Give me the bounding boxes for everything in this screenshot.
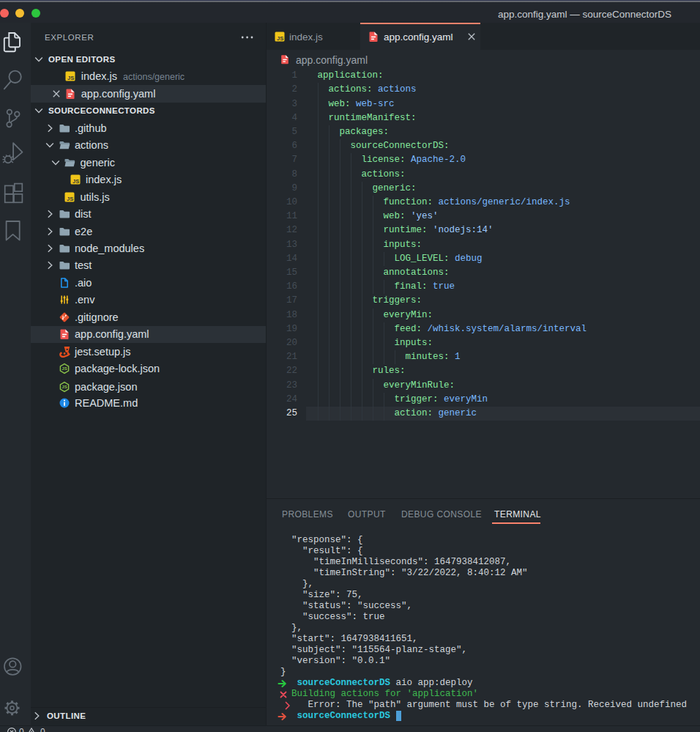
svg-text:JS: JS (67, 75, 74, 82)
svg-text:JS: JS (62, 385, 67, 390)
svg-text:JS: JS (277, 35, 283, 42)
svg-text:JS: JS (62, 367, 67, 371)
svg-text:JS: JS (67, 196, 73, 202)
svg-text:JS: JS (72, 178, 79, 185)
